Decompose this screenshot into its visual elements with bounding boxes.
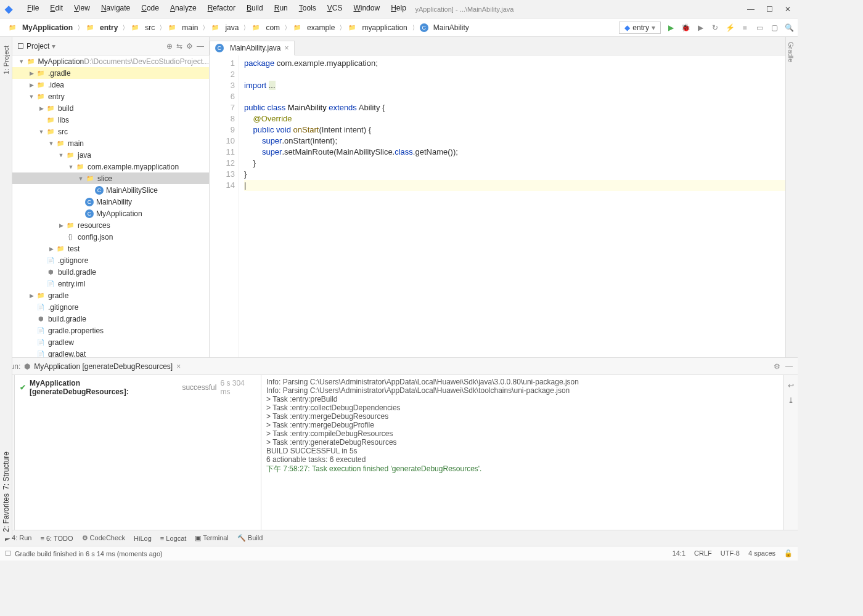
tree-node[interactable]: ▶📁test [12,243,209,254]
collapse-icon[interactable]: ⇆ [176,42,182,51]
gear-icon[interactable]: ⚙ [186,42,193,51]
structure-tab[interactable]: 7: Structure [2,452,10,490]
soft-wrap-icon[interactable]: ↩ [788,381,794,390]
tree-node[interactable]: 📁libs [12,114,209,126]
scroll-icon[interactable]: ⤓ [788,396,794,405]
tree-node[interactable]: ▼📁slice [12,172,209,184]
run-config-label: MyApplication [generateDebugResources] [34,362,173,371]
tree-node[interactable]: ▼📁com.example.myapplication [12,161,209,172]
tree-node[interactable]: ▶📁gradle [12,290,209,301]
debug-icon[interactable]: 🐞 [681,23,690,33]
tree-node[interactable]: 📄gradle.properties [12,325,209,336]
editor-tab[interactable]: C MainAbility.java × [210,41,295,55]
tree-node[interactable]: 📄entry.iml [12,278,209,290]
menu-view[interactable]: View [69,2,95,14]
menu-code[interactable]: Code [136,2,164,14]
menu-build[interactable]: Build [242,2,268,14]
crumb-myapplication[interactable]: 📁MyApplication [4,22,76,33]
menu-tools[interactable]: Tools [294,2,321,14]
menu-help[interactable]: Help [386,2,411,14]
caret-pos[interactable]: 14:1 [673,549,685,557]
tree-node[interactable]: ▼📁src [12,126,209,137]
run-gear-icon[interactable]: ⚙ [774,362,780,371]
minimize-button[interactable]: — [746,5,756,14]
indent[interactable]: 4 spaces [748,549,775,557]
tree-node[interactable]: ▶📁build [12,102,209,114]
tree-node[interactable]: ▶📁resources [12,219,209,231]
device-icon[interactable]: ▢ [769,23,779,33]
tree-node[interactable]: CMainAbility [12,196,209,208]
tree-node[interactable]: 📄gradlew.bat [12,348,209,357]
line-ending[interactable]: CRLF [694,549,712,557]
tree-node[interactable]: ⬢build.gradle [12,313,209,325]
run-config-selector[interactable]: ◆entry▾ [619,22,661,34]
menu-refactor[interactable]: Refactor [203,2,240,14]
tree-node[interactable]: ⬢build.gradle [12,266,209,278]
bottom-tab[interactable]: ≡ Logcat [160,535,187,542]
menu-navigate[interactable]: Navigate [96,2,135,14]
crumb-com[interactable]: 📁com [247,22,284,33]
lock-icon[interactable]: 🔓 [784,549,793,557]
tree-node[interactable]: ▶📁.gradle [12,67,209,79]
bottom-tab[interactable]: ▣ Terminal [195,534,228,542]
crumb-entry[interactable]: 📁entry [81,22,121,33]
tree-node[interactable]: 📄.gitignore [12,254,209,266]
menu-edit[interactable]: Edit [45,2,68,14]
tree-node[interactable]: CMyApplication [12,208,209,219]
run-icon[interactable]: ▶ [666,23,676,33]
window-controls: — ☐ ✕ [746,5,793,14]
stop-icon[interactable]: ■ [740,23,750,33]
code-content[interactable]: package com.example.myapplication; impor… [239,55,785,357]
run-tree[interactable]: ✔ MyApplication [generateDebugResources]… [15,375,261,530]
search-icon[interactable]: 🔍 [784,23,794,33]
hide-icon[interactable]: — [197,42,204,51]
bottom-tab[interactable]: ⚙ CodeCheck [82,534,126,542]
gradle-tab[interactable]: Gradle [786,37,796,67]
tree-node[interactable]: ▼📁main [12,137,209,149]
crumb-example[interactable]: 📁example [288,22,338,33]
close-button[interactable]: ✕ [783,5,793,14]
tree-node[interactable]: ▼📁java [12,149,209,161]
tree-node[interactable]: CMainAbilitySlice [12,184,209,196]
project-tree[interactable]: ▼📁MyApplication D:\Documents\DevEcoStudi… [12,55,209,357]
favorites-tab[interactable]: 2: Favorites [2,493,10,532]
menu-analyze[interactable]: Analyze [165,2,202,14]
menu-file[interactable]: File [22,2,44,14]
run-result-row[interactable]: ✔ MyApplication [generateDebugResources]… [17,378,258,397]
tree-node[interactable]: {}config.json [12,231,209,243]
app-logo: ◆ [5,3,12,15]
bottom-tab[interactable]: HiLog [134,535,152,542]
bottom-tab[interactable]: ≡ 6: TODO [40,535,73,542]
tree-node[interactable]: ▶📁.idea [12,79,209,91]
editor-tab-label: MainAbility.java [230,44,280,52]
code-editor[interactable]: 12367891011121314 package com.example.my… [210,55,785,357]
run-output[interactable]: Info: Parsing C:\Users\Administrator\App… [261,375,783,530]
menu-vcs[interactable]: VCS [322,2,348,14]
target-icon[interactable]: ⊕ [166,42,173,51]
project-tab[interactable]: 1: Project [2,42,10,78]
close-run-icon[interactable]: × [176,362,181,371]
encoding[interactable]: UTF-8 [721,549,740,557]
tree-node[interactable]: 📄gradlew [12,336,209,348]
menu-window[interactable]: Window [348,2,385,14]
menu-run[interactable]: Run [269,2,293,14]
crumb-main[interactable]: 📁main [163,22,202,33]
run-hide-icon[interactable]: — [785,362,793,371]
profile-icon[interactable]: ↻ [710,23,720,33]
crumb-myapplication[interactable]: 📁myapplication [343,22,411,33]
close-tab-icon[interactable]: × [284,44,288,52]
tree-node[interactable]: ▼📁entry [12,91,209,102]
maximize-button[interactable]: ☐ [764,5,774,14]
dropdown-icon[interactable]: ▾ [52,42,55,51]
tree-node[interactable]: ▼📁MyApplication D:\Documents\DevEcoStudi… [12,55,209,67]
crumb-mainability[interactable]: CMainAbility [416,22,473,33]
status-icon[interactable]: ☐ [5,549,11,557]
bottom-tab[interactable]: 🔨 Build [237,534,263,542]
attach-icon[interactable]: ⚡ [725,23,735,33]
run-right-toolbar: ↩ ⤓ [783,375,798,530]
crumb-java[interactable]: 📁java [207,22,242,33]
layout-icon[interactable]: ▭ [755,23,764,33]
coverage-icon[interactable]: ▶ [695,23,705,33]
tree-node[interactable]: 📄.gitignore [12,301,209,313]
crumb-src[interactable]: 📁src [126,22,158,33]
